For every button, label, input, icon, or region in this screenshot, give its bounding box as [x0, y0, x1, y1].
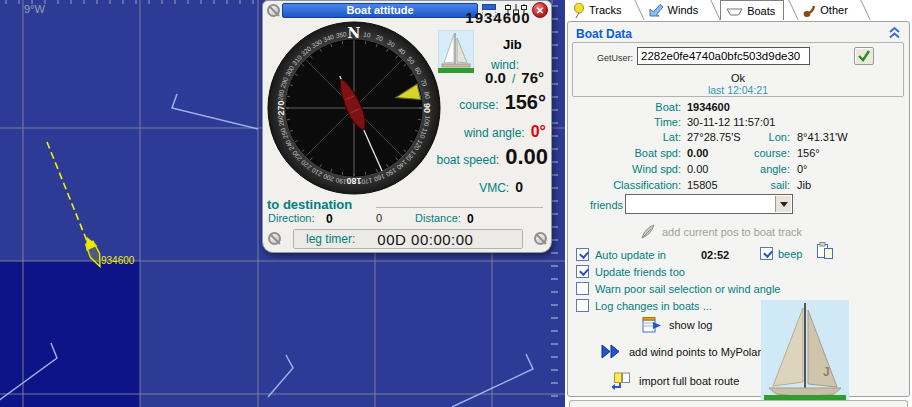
import-route-action[interactable]: import full boat route — [612, 372, 739, 390]
show-log-action[interactable]: show log — [642, 316, 712, 333]
auto-update-countdown: 02:52 — [701, 249, 729, 261]
boat-data-groupbox: Boat Data GetUser: Ok last 12:04:21 Boat… — [567, 21, 910, 397]
checkbox-label: Warn poor sail selection or wind angle — [595, 283, 780, 295]
chevron-down-icon — [780, 202, 788, 207]
leg-timer-value: 00D 00:00:00 — [377, 231, 473, 248]
leg-timer-bar: leg timer: 00D 00:00:00 — [293, 229, 523, 249]
boat-attitude-dialog: Boat attitude ✕ — [262, 0, 552, 253]
feather-icon — [640, 223, 656, 240]
compass-north-label: N — [348, 25, 361, 41]
course-label: course: — [459, 98, 498, 112]
field-label: Classification: — [568, 179, 681, 191]
getuser-group: GetUser: Ok last 12:04:21 — [572, 42, 904, 97]
tab-other[interactable]: Other — [798, 0, 856, 20]
divider — [376, 207, 543, 208]
add-wind-points-action[interactable]: add wind points to MyPolars — [600, 344, 767, 359]
tab-label: Tracks — [589, 4, 622, 16]
tab-tracks[interactable]: Tracks — [568, 0, 630, 20]
pin-toggle-icon[interactable] — [267, 4, 280, 17]
sail-letter: J — [823, 365, 830, 379]
checkbox-label: Update friends too — [595, 266, 685, 278]
leg-timer-right-icon[interactable] — [534, 232, 547, 245]
vmc-value: 0 — [515, 179, 523, 195]
field-label: Time: — [568, 116, 681, 128]
field-value: 30-11-12 11:57:01 — [687, 116, 775, 128]
leg-timer-label: leg timer: — [306, 232, 355, 246]
auto-update-checkbox[interactable] — [576, 248, 589, 261]
wind-sep: / — [512, 72, 515, 86]
getuser-input[interactable] — [637, 47, 810, 65]
import-pages-icon — [612, 372, 632, 390]
middle-value: 0 — [376, 212, 382, 224]
warn-sail-checkbox[interactable] — [576, 282, 589, 295]
beep-checkbox[interactable] — [760, 247, 773, 260]
add-pos-label: add current pos to boat track — [662, 226, 802, 238]
field-label: angle: — [706, 163, 790, 175]
map-boat-label: 934600 — [101, 255, 135, 266]
beep-label: beep — [778, 248, 802, 260]
tab-label: Boats — [747, 5, 775, 17]
last-update-text: last 12:04:21 — [573, 84, 903, 96]
boat-id: 1934600 — [446, 9, 550, 26]
checkbox-label: Auto update in — [595, 249, 666, 261]
confirm-check-button[interactable] — [854, 47, 874, 65]
direction-label: Direction: — [268, 212, 314, 224]
dropdown-button[interactable] — [775, 196, 791, 212]
next-groupbox-edge — [569, 400, 908, 407]
boat-speed-label: boat speed: — [436, 153, 499, 167]
wind-direction-value: 76° — [521, 69, 544, 86]
boat-hull-icon — [726, 5, 743, 17]
check-icon — [855, 48, 873, 64]
map-longitude-label: 9°W — [24, 3, 46, 15]
to-destination-label: to destination — [267, 197, 352, 212]
tab-winds[interactable]: Winds — [644, 0, 707, 20]
leg-timer-left-icon[interactable] — [268, 232, 281, 245]
sail-type: Jib — [503, 37, 522, 52]
show-log-label: show log — [669, 319, 712, 331]
boat-speed-value: 0.00 — [505, 144, 548, 170]
panel-title: Boat Data — [576, 27, 632, 41]
tab-bar: Tracks Winds Boats Other — [565, 0, 912, 20]
friends-label: friends — [590, 199, 623, 211]
course-value: 156° — [505, 91, 546, 114]
boat-image: J — [761, 300, 849, 401]
add-pos-action[interactable]: add current pos to boat track — [640, 223, 802, 240]
distance-value: 0 — [467, 212, 474, 226]
app-window: 9°W 934600 Boat attitude ✕ — [0, 0, 912, 407]
compass-dial: 1020304050607080901001101201301401501601… — [267, 21, 441, 195]
tab-boats[interactable]: Boats — [720, 0, 784, 20]
svg-text:90: 90 — [422, 103, 432, 113]
clipboard-paste-icon[interactable] — [816, 242, 834, 260]
wind-arrow-icon — [649, 3, 664, 17]
boats-panel: Tracks Winds Boats Other — [565, 0, 912, 407]
field-label: sail: — [706, 179, 790, 191]
field-label: Boat spd: — [568, 147, 681, 159]
svg-text:270: 270 — [276, 100, 286, 115]
field-label: Wind spd: — [568, 163, 681, 175]
status-text: Ok — [573, 72, 903, 84]
checkbox-label: Log changes in boats ... — [595, 300, 712, 312]
notepad-icon — [642, 316, 662, 333]
log-changes-checkbox[interactable] — [576, 299, 589, 312]
friends-dropdown[interactable] — [625, 194, 793, 214]
import-route-label: import full boat route — [639, 375, 739, 387]
svg-text:180: 180 — [346, 176, 361, 186]
sailboat-icon — [438, 30, 474, 73]
pipe-icon — [803, 4, 816, 17]
distance-label: Distance: — [415, 212, 461, 224]
field-value: 8°41.31'W — [797, 131, 848, 143]
wind-angle-value: 0° — [531, 123, 546, 141]
field-label: Lon: — [706, 131, 790, 143]
tab-label: Other — [820, 4, 848, 16]
field-label: course: — [706, 147, 790, 159]
field-label: Boat: — [568, 101, 681, 113]
wind-angle-label: wind angle: — [464, 126, 525, 140]
field-value: Jib — [797, 179, 811, 191]
balloon-icon — [573, 3, 585, 18]
collapse-chevron-icon[interactable] — [888, 26, 901, 39]
wind-speed-value: 0.0 — [485, 69, 506, 86]
field-value: 1934600 — [687, 101, 730, 113]
update-friends-checkbox[interactable] — [576, 265, 589, 278]
tab-label: Winds — [668, 4, 699, 16]
getuser-label: GetUser: — [577, 53, 633, 63]
